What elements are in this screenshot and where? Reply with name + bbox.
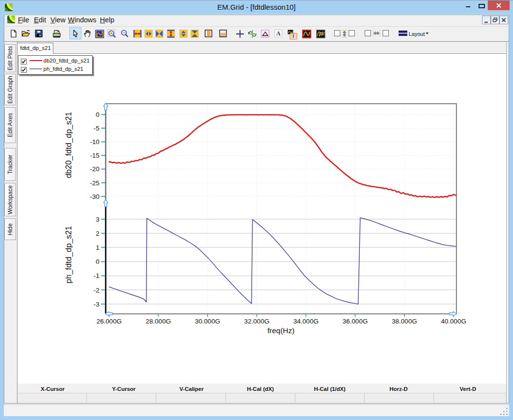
svg-text:34.000G: 34.000G bbox=[293, 318, 319, 325]
svg-text:-25: -25 bbox=[90, 179, 99, 187]
svg-text:-10: -10 bbox=[90, 138, 99, 145]
svg-text:3: 3 bbox=[96, 216, 99, 223]
svg-text:32.000G: 32.000G bbox=[244, 318, 270, 325]
svg-text:-3: -3 bbox=[94, 301, 99, 308]
svg-text:28.000G: 28.000G bbox=[146, 318, 171, 325]
svg-text:36.000G: 36.000G bbox=[343, 318, 368, 325]
svg-text:38.000G: 38.000G bbox=[392, 318, 417, 325]
svg-text:-2: -2 bbox=[94, 287, 99, 294]
svg-text:2: 2 bbox=[96, 230, 99, 237]
svg-text:-5: -5 bbox=[94, 125, 99, 132]
svg-text:30.000G: 30.000G bbox=[195, 318, 220, 325]
svg-text:40.000G: 40.000G bbox=[441, 318, 466, 325]
svg-text:0: 0 bbox=[96, 111, 99, 118]
svg-text:-15: -15 bbox=[90, 152, 99, 159]
svg-text:-20: -20 bbox=[90, 165, 99, 173]
svg-text:-1: -1 bbox=[94, 272, 99, 279]
svg-text:1: 1 bbox=[96, 244, 99, 251]
svg-text:freq(Hz): freq(Hz) bbox=[268, 326, 295, 335]
svg-text:26.000G: 26.000G bbox=[96, 318, 122, 325]
svg-text:0: 0 bbox=[96, 258, 99, 265]
svg-text:-30: -30 bbox=[90, 193, 99, 200]
